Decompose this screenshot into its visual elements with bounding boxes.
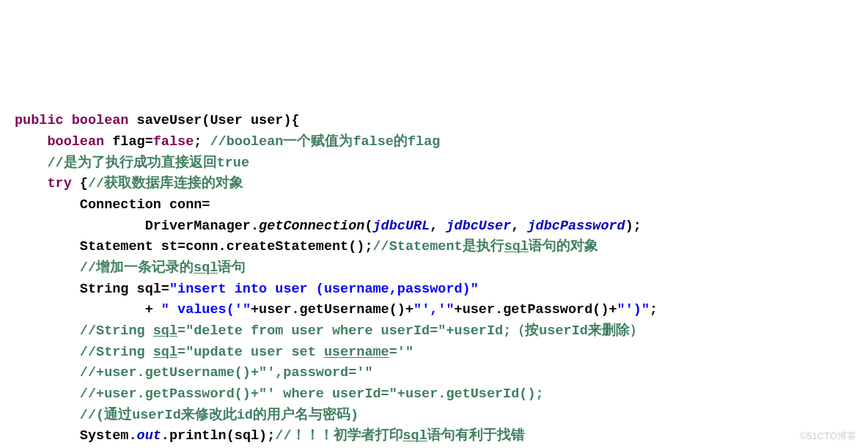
line-02: boolean flag=false; //boolean一个赋值为false的… (15, 134, 440, 150)
line-10: + " values('"+user.getUsername()+"','"+u… (15, 302, 658, 317)
line-03: //是为了执行成功直接返回true (15, 155, 249, 171)
line-15: //(通过userId来修改此id的用户名与密码) (15, 408, 358, 423)
line-05: Connection conn= (15, 197, 210, 213)
line-08: //增加一条记录的sql语句 (15, 260, 246, 276)
line-14: //+user.getPassword()+"' where userId="+… (15, 386, 544, 402)
line-11: //String sql="delete from user where use… (15, 323, 644, 339)
code-block: public boolean saveUser(User user){ bool… (15, 90, 868, 448)
line-13: //+user.getUsername()+"',password='" (15, 365, 373, 381)
line-04: try {//获取数据库连接的对象 (15, 176, 243, 191)
line-01: public boolean saveUser(User user){ (15, 113, 300, 128)
watermark-text: ©51CTO博客 (800, 429, 856, 444)
line-09: String sql="insert into user (username,p… (15, 282, 479, 297)
line-07: Statement st=conn.createStatement();//St… (15, 239, 598, 254)
line-16: System.out.println(sql);//！！！初学者打印sql语句有… (15, 428, 525, 444)
line-12: //String sql="update user set username='… (15, 345, 413, 360)
line-06: DriverManager.getConnection(jdbcURL, jdb… (15, 219, 641, 234)
